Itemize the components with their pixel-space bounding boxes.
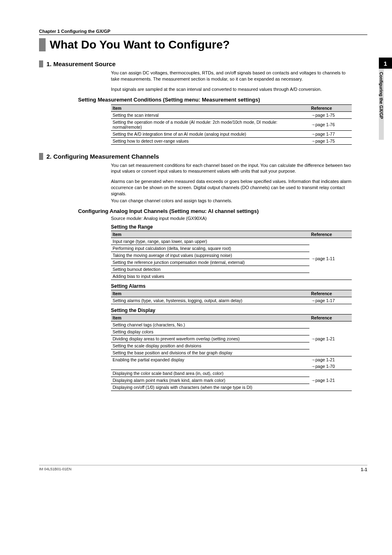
table-setting-alarms: Item Reference Setting alarms (type, val…: [111, 290, 352, 304]
table-row: Setting alarms (type, value, hysteresis,…: [111, 297, 352, 304]
table-row: Setting the scan interval →page 1-75: [111, 111, 352, 118]
th-item: Item: [111, 290, 309, 297]
table-row: Input range (type, range, span lower, sp…: [111, 238, 352, 245]
cell-item: Taking the moving average of input value…: [111, 252, 309, 259]
group2-heading: Setting Alarms: [111, 283, 352, 289]
cell-ref: →page 1-77: [309, 130, 352, 137]
section-2-sub1-note: Source module: Analog input module (GX90…: [111, 216, 352, 221]
th-item: Item: [111, 231, 309, 238]
cell-item: Displaying alarm point marks (mark kind,…: [111, 377, 309, 384]
cell-item: Setting burnout detection: [111, 266, 309, 273]
cell-item: Setting the reference junction compensat…: [111, 259, 309, 266]
table-row: Displaying the color scale band (band ar…: [111, 370, 352, 377]
section-2-sub1-heading: Configuring Analog Input Channels (Setti…: [78, 208, 352, 214]
cell-ref: →page 1-21: [309, 370, 352, 391]
cell-item: Displaying on/off (1/0) signals with cha…: [111, 384, 309, 391]
table-row: Setting the A/D integration time of an A…: [111, 130, 352, 137]
cell-ref: →page 1-75: [309, 137, 352, 144]
page-title-wrap: What Do You Want to Configure?: [39, 38, 367, 51]
cell-item: Performing input calculation (delta, lin…: [111, 245, 309, 252]
th-reference: Reference: [309, 104, 352, 111]
cell-item: Displaying the color scale band (band ar…: [111, 370, 309, 377]
th-reference: Reference: [309, 314, 352, 321]
side-tab: 1 Configuring the GX/GP: [379, 58, 392, 144]
footer-doc-id: IM 04L51B01-01EN: [39, 467, 71, 472]
table-row: Enabling the partial expanded display →p…: [111, 356, 352, 363]
th-item: Item: [111, 104, 309, 111]
section-2-heading: 2. Configuring Measurement Channels: [46, 153, 159, 160]
page-title: What Do You Want to Configure?: [50, 38, 367, 51]
group3-heading: Setting the Display: [111, 308, 352, 313]
table-setting-range: Item Reference Input range (type, range,…: [111, 231, 352, 280]
cell-ref: →page 1-70: [309, 363, 352, 370]
cell-ref: →page 1-75: [309, 111, 352, 118]
table-row: Setting the operation mode of a module (…: [111, 118, 352, 130]
section-2-body-3: You can change channel colors and assign…: [111, 198, 352, 204]
section-2-body-2: Alarms can be generated when measured da…: [111, 178, 352, 197]
cell-item: Enabling the partial expanded display: [111, 356, 309, 370]
cell-item: Setting how to detect over-range values: [111, 137, 309, 144]
th-item: Item: [111, 314, 309, 321]
th-reference: Reference: [309, 231, 352, 238]
cell-ref: →page 1-11: [309, 238, 352, 280]
cell-item: Adding bias to input values: [111, 273, 309, 280]
table-setting-display: Item Reference Setting channel tags (cha…: [111, 314, 352, 391]
cell-item: Setting the A/D integration time of an A…: [111, 130, 309, 137]
cell-item: Input range (type, range, span lower, sp…: [111, 238, 309, 245]
cell-item: Setting display colors: [111, 328, 309, 335]
th-reference: Reference: [309, 290, 352, 297]
section-1-heading-wrap: 1. Measurement Source: [39, 60, 367, 67]
section-1-body-1: You can assign DC voltages, thermocouple…: [111, 70, 352, 82]
cell-ref: →page 1-76: [309, 118, 352, 130]
cell-item: Setting alarms (type, value, hysteresis,…: [111, 297, 309, 304]
cell-ref: →page 1-17: [309, 297, 352, 304]
side-tab-number: 1: [379, 58, 392, 69]
cell-item: Setting the operation mode of a module (…: [111, 118, 309, 130]
cell-item: Setting the base position and divisions …: [111, 349, 309, 356]
cell-ref: →page 1-21: [309, 356, 352, 363]
chapter-header: Chapter 1 Configuring the GX/GP: [39, 29, 367, 35]
cell-item: Setting the scan interval: [111, 111, 309, 118]
cell-item: Setting the scale display position and d…: [111, 342, 309, 349]
section-2-heading-wrap: 2. Configuring Measurement Channels: [39, 153, 367, 160]
group1-heading: Setting the Range: [111, 224, 352, 230]
footer-page-number: 1-1: [361, 467, 367, 472]
table-measurement-conditions: Item Reference Setting the scan interval…: [111, 104, 352, 145]
section-2-body-1: You can set measurement conditions for e…: [111, 162, 352, 175]
section-1-body-2: Input signals are sampled at the scan in…: [111, 86, 352, 92]
section-1-sub1-heading: Setting Measurement Conditions (Setting …: [78, 97, 352, 103]
table-row: Setting channel tags (characters, No.) →…: [111, 321, 352, 328]
cell-item: Setting channel tags (characters, No.): [111, 321, 309, 328]
cell-ref: →page 1-21: [309, 321, 352, 356]
side-tab-label: Configuring the GX/GP: [379, 69, 384, 140]
cell-item: Dividing display areas to prevent wavefo…: [111, 335, 309, 342]
table-row: Setting how to detect over-range values …: [111, 137, 352, 144]
page-footer: IM 04L51B01-01EN 1-1: [39, 465, 367, 472]
section-1-heading: 1. Measurement Source: [46, 60, 115, 67]
